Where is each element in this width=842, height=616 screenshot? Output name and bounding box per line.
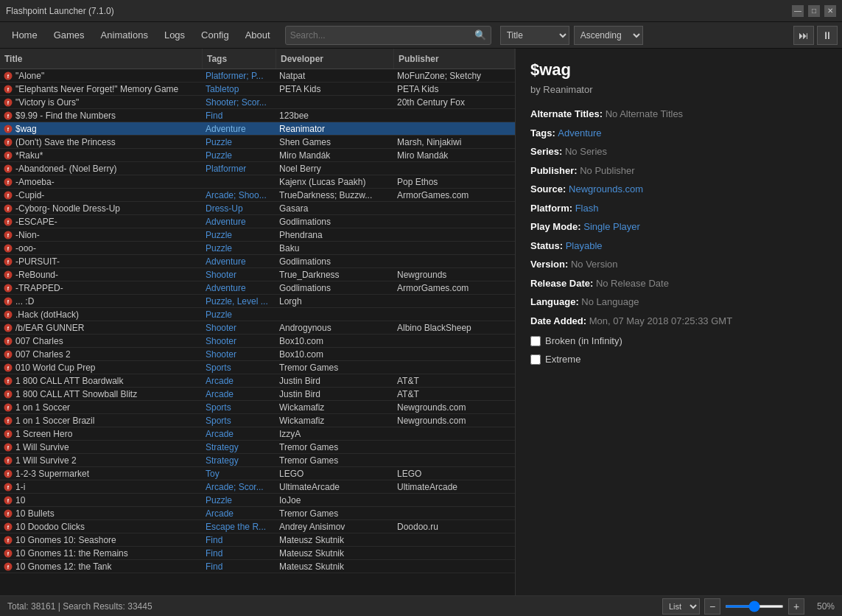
game-tags-cell: Strategy bbox=[203, 442, 276, 452]
game-publisher-cell: Newgrounds bbox=[394, 270, 515, 280]
game-title-cell: "Alone" bbox=[15, 71, 44, 81]
detail-label-series: Series: bbox=[530, 146, 565, 157]
table-row[interactable]: f 1-2-3 SupermarketToyLEGOLEGO bbox=[0, 467, 515, 480]
maximize-button[interactable]: □ bbox=[808, 5, 820, 17]
close-button[interactable]: ✕ bbox=[824, 5, 836, 17]
table-row[interactable]: f 10 Gnomes 10: SeashoreFindMateusz Skut… bbox=[0, 533, 515, 547]
view-btn-1[interactable]: ⏭ bbox=[793, 26, 814, 45]
game-title-cell: 10 Doodoo Clicks bbox=[15, 522, 85, 532]
table-row[interactable]: f 10 Doodoo ClicksEscape the R...Andrey … bbox=[0, 520, 515, 533]
search-input[interactable] bbox=[290, 30, 474, 41]
game-title-cell: 1-i bbox=[15, 482, 25, 492]
table-row[interactable]: f *Raku*PuzzleMiro MandákMiro Mandák bbox=[0, 149, 515, 162]
game-developer-cell: Androgynous bbox=[276, 323, 394, 333]
table-row[interactable]: f 10 Gnomes 12: the TankFindMateusz Skut… bbox=[0, 560, 515, 573]
detail-platform: Platform: Flash bbox=[530, 201, 827, 216]
game-tags-cell: Sports bbox=[203, 402, 276, 413]
zoom-out-button[interactable]: − bbox=[704, 598, 720, 615]
zoom-slider[interactable] bbox=[725, 605, 784, 608]
menu-home[interactable]: Home bbox=[4, 27, 45, 43]
game-publisher-cell: LEGO bbox=[394, 469, 515, 479]
table-row[interactable]: f 1 800 CALL ATT BoardwalkArcadeJustin B… bbox=[0, 374, 515, 388]
table-row[interactable]: f 10 BulletsArcadeTremor Games bbox=[0, 507, 515, 520]
game-developer-cell: True_Darkness bbox=[276, 270, 394, 280]
zoom-in-button[interactable]: + bbox=[788, 598, 804, 615]
detail-label-publisher: Publisher: bbox=[530, 165, 580, 176]
table-row[interactable]: f -Abandoned- (Noel Berry)PlatformerNoel… bbox=[0, 162, 515, 175]
table-row[interactable]: f -Nion-PuzzlePhendrana bbox=[0, 228, 515, 242]
table-row[interactable]: f -PURSUIT-AdventureGodlimations bbox=[0, 255, 515, 268]
status-text: Total: 38161 | Search Results: 33445 bbox=[7, 601, 152, 612]
extreme-checkbox[interactable] bbox=[530, 354, 541, 365]
game-tags-cell: Find bbox=[203, 548, 276, 559]
game-publisher-cell: ArmorGames.com bbox=[394, 283, 515, 293]
table-row[interactable]: f -Amoeba-Kajenx (Lucas Paakh)Pop Ethos bbox=[0, 175, 515, 189]
table-row[interactable]: f 007 Charles 2ShooterBox10.com bbox=[0, 348, 515, 361]
game-developer-cell: Mateusz Skutnik bbox=[276, 535, 394, 545]
table-row[interactable]: f 1 Screen HeroArcadeIzzyA bbox=[0, 427, 515, 441]
broken-label: Broken (in Infinity) bbox=[545, 335, 622, 346]
col-header-publisher: Publisher bbox=[394, 49, 515, 69]
detail-alternate-titles: Alternate Titles: No Alternate Titles bbox=[530, 107, 827, 122]
table-row[interactable]: f "Alone"Platformer; P...NatpatMoFunZone… bbox=[0, 69, 515, 83]
table-row[interactable]: f 007 CharlesShooterBox10.com bbox=[0, 335, 515, 348]
table-row[interactable]: f -TRAPPED-AdventureGodlimationsArmorGam… bbox=[0, 281, 515, 295]
menu-about[interactable]: About bbox=[238, 27, 278, 43]
table-row[interactable]: f 10PuzzleIoJoe bbox=[0, 494, 515, 507]
view-mode-select[interactable]: List Grid bbox=[662, 598, 700, 615]
table-row[interactable]: f "Victory is Ours"Shooter; Scor...20th … bbox=[0, 96, 515, 109]
table-row[interactable]: f (Don't) Save the PrincessPuzzleShen Ga… bbox=[0, 136, 515, 149]
table-row[interactable]: f 1 Will SurviveStrategyTremor Games bbox=[0, 441, 515, 454]
table-row[interactable]: f 10 Gnomes 11: the RemainsFindMateusz S… bbox=[0, 547, 515, 560]
table-row[interactable]: f /b/EAR GUNNERShooterAndrogynousAlbino … bbox=[0, 321, 515, 335]
table-row[interactable]: f ... :DPuzzle, Level ...Lorgh bbox=[0, 295, 515, 308]
table-row[interactable]: f "Elephants Never Forget!" Memory GameT… bbox=[0, 83, 515, 96]
sort-order-select[interactable]: Ascending Descending bbox=[574, 26, 643, 45]
game-title-cell: 1 800 CALL ATT Snowball Blitz bbox=[15, 389, 137, 399]
table-row[interactable]: f 010 World Cup PrepSportsTremor Games bbox=[0, 361, 515, 374]
menu-logs[interactable]: Logs bbox=[157, 27, 192, 43]
detail-label-platform: Platform: bbox=[530, 203, 575, 214]
flash-icon: f bbox=[3, 535, 13, 545]
table-row[interactable]: f $9.99 - Find the NumbersFind123bee bbox=[0, 109, 515, 122]
flash-icon: f bbox=[3, 336, 13, 346]
detail-label-tags: Tags: bbox=[530, 127, 558, 139]
table-row[interactable]: f -Cupid-Arcade; Shoo...TrueDarkness; Bu… bbox=[0, 189, 515, 202]
game-title-cell: *Raku* bbox=[15, 150, 43, 161]
table-row[interactable]: f $wagAdventureReanimator bbox=[0, 122, 515, 136]
table-row[interactable]: f 1 on 1 SoccerSportsWickamafizNewground… bbox=[0, 401, 515, 414]
game-title-cell: -Cupid- bbox=[15, 190, 44, 200]
detail-value-platform: Flash bbox=[575, 203, 599, 214]
sort-field-select[interactable]: Title Developer Publisher Date Added Ser… bbox=[500, 26, 569, 45]
game-title-cell: 010 World Cup Prep bbox=[15, 363, 96, 373]
flash-icon: f bbox=[3, 548, 13, 559]
view-btn-2[interactable]: ⏸ bbox=[817, 26, 838, 45]
table-row[interactable]: f .Hack (dotHack)Puzzle bbox=[0, 308, 515, 321]
menu-animations[interactable]: Animations bbox=[94, 27, 155, 43]
game-title-cell: -ESCAPE- bbox=[15, 217, 57, 227]
menu-bar: Home Games Animations Logs Config About … bbox=[0, 22, 842, 49]
menu-games[interactable]: Games bbox=[46, 27, 92, 43]
game-developer-cell: Godlimations bbox=[276, 217, 394, 227]
game-title-cell: /b/EAR GUNNER bbox=[15, 323, 84, 333]
game-title-cell: ... :D bbox=[15, 296, 34, 307]
detail-value-version: No Version bbox=[571, 259, 618, 270]
detail-value-source: Newgrounds.com bbox=[569, 183, 643, 195]
game-title-cell: "Victory is Ours" bbox=[15, 97, 79, 108]
minimize-button[interactable]: — bbox=[792, 5, 804, 17]
detail-language: Language: No Language bbox=[530, 295, 827, 309]
search-container: 🔍 bbox=[285, 26, 491, 45]
table-row[interactable]: f 1-iArcade; Scor...UltimateArcadeUltima… bbox=[0, 480, 515, 494]
table-row[interactable]: f -ESCAPE-AdventureGodlimations bbox=[0, 215, 515, 228]
table-row[interactable]: f 1 on 1 Soccer BrazilSportsWickamafizNe… bbox=[0, 414, 515, 427]
table-row[interactable]: f -ooo-PuzzleBaku bbox=[0, 242, 515, 255]
detail-value-language: No Language bbox=[581, 296, 639, 307]
table-row[interactable]: f -ReBound-ShooterTrue_DarknessNewground… bbox=[0, 268, 515, 281]
table-row[interactable]: f 1 Will Survive 2StrategyTremor Games bbox=[0, 454, 515, 467]
broken-checkbox[interactable] bbox=[530, 336, 541, 346]
table-row[interactable]: f -Cyborg- Noodle Dress-UpDress-UpGasara bbox=[0, 202, 515, 215]
game-tags-cell: Puzzle bbox=[203, 230, 276, 240]
game-tags-cell: Adventure bbox=[203, 217, 276, 227]
table-row[interactable]: f 1 800 CALL ATT Snowball BlitzArcadeJus… bbox=[0, 388, 515, 401]
menu-config[interactable]: Config bbox=[194, 27, 236, 43]
